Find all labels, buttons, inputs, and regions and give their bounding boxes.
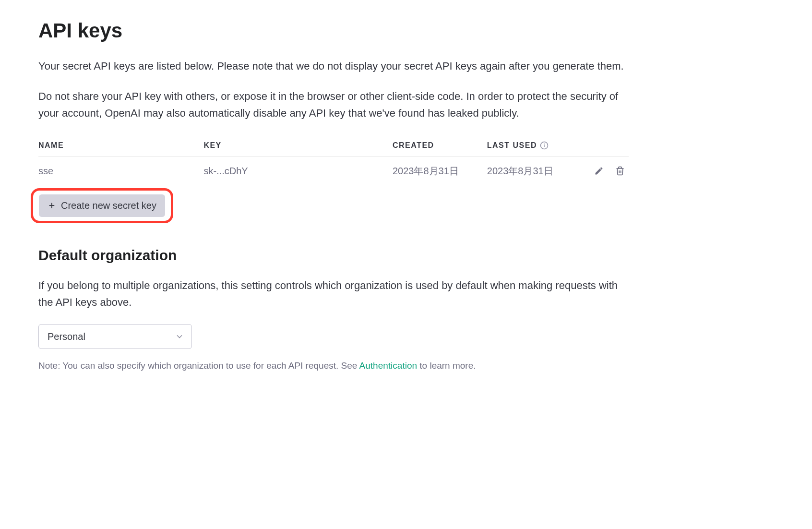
- description-paragraph-2: Do not share your API key with others, o…: [38, 88, 629, 121]
- default-organization-description: If you belong to multiple organizations,…: [38, 277, 629, 311]
- cell-name: sse: [38, 156, 203, 185]
- plus-icon: [48, 201, 56, 210]
- description-paragraph-1: Your secret API keys are listed below. P…: [38, 58, 629, 74]
- api-keys-table: NAME KEY CREATED LAST USED: [38, 135, 629, 185]
- create-button-label: Create new secret key: [61, 200, 156, 211]
- column-header-lastused-label: LAST USED: [487, 141, 537, 150]
- organization-note: Note: You can also specify which organiz…: [38, 361, 629, 371]
- column-header-name: NAME: [38, 135, 203, 157]
- highlight-annotation: Create new secret key: [31, 188, 173, 223]
- trash-icon[interactable]: [615, 166, 625, 176]
- column-header-actions: [587, 135, 629, 157]
- authentication-link[interactable]: Authentication: [359, 361, 417, 371]
- default-organization-title: Default organization: [38, 247, 774, 264]
- column-header-created: CREATED: [393, 135, 487, 157]
- column-header-key: KEY: [203, 135, 393, 157]
- table-header-row: NAME KEY CREATED LAST USED: [38, 135, 629, 157]
- page-title: API keys: [38, 19, 774, 42]
- column-header-lastused: LAST USED: [487, 135, 587, 157]
- note-suffix: to learn more.: [417, 361, 476, 371]
- cell-lastused: 2023年8月31日: [487, 156, 587, 185]
- edit-icon[interactable]: [594, 166, 604, 176]
- table-row: sse sk-...cDhY 2023年8月31日 2023年8月31日: [38, 156, 629, 185]
- svg-point-2: [544, 144, 545, 144]
- create-new-secret-key-button[interactable]: Create new secret key: [39, 194, 165, 217]
- organization-select-wrapper: Personal: [38, 324, 192, 349]
- organization-select[interactable]: Personal: [38, 324, 192, 349]
- cell-actions: [587, 156, 629, 185]
- cell-key: sk-...cDhY: [203, 156, 393, 185]
- info-icon[interactable]: [540, 141, 549, 150]
- note-prefix: Note: You can also specify which organiz…: [38, 361, 359, 371]
- cell-created: 2023年8月31日: [393, 156, 487, 185]
